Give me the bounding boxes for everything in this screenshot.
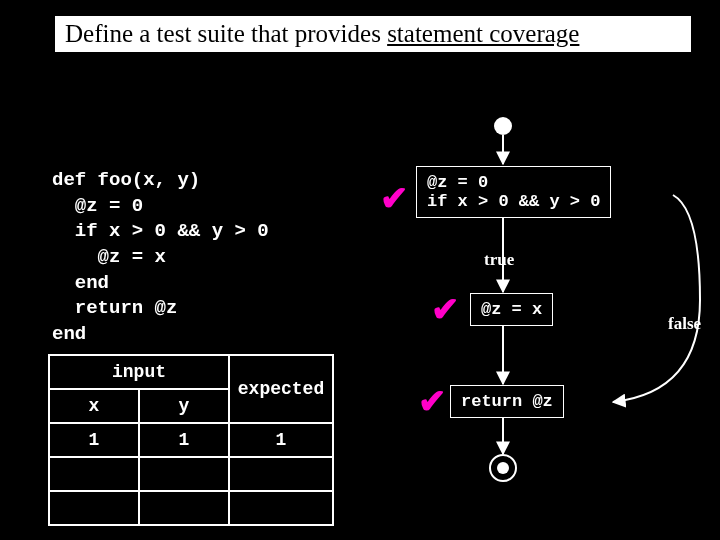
cell-y: 1 [139, 423, 229, 457]
table-row [49, 491, 333, 525]
cell-x [49, 491, 139, 525]
table-row [49, 457, 333, 491]
svg-point-1 [490, 455, 516, 481]
test-table: input expected x y 1 1 1 [48, 354, 334, 526]
title-underlined: statement coverage [387, 20, 579, 47]
input-header: input [49, 355, 229, 389]
cell-x: 1 [49, 423, 139, 457]
cell-expected [229, 457, 333, 491]
cell-x [49, 457, 139, 491]
code-block: def foo(x, y) @z = 0 if x > 0 && y > 0 @… [52, 168, 269, 347]
cell-y [139, 457, 229, 491]
flow-node-init: @z = 0 if x > 0 && y > 0 [416, 166, 611, 218]
svg-point-0 [494, 117, 512, 135]
label-true: true [484, 250, 514, 270]
x-header: x [49, 389, 139, 423]
svg-point-2 [497, 462, 509, 474]
flow-node-return: return @z [450, 385, 564, 418]
table-row: 1 1 1 [49, 423, 333, 457]
y-header: y [139, 389, 229, 423]
expected-header: expected [229, 355, 333, 423]
label-false: false [668, 314, 701, 334]
flow-node-assign: @z = x [470, 293, 553, 326]
cell-expected [229, 491, 333, 525]
check-icon: ✔ [418, 381, 446, 421]
check-icon: ✔ [431, 289, 459, 329]
title-text: Define a test suite that provides [65, 20, 387, 47]
cell-expected: 1 [229, 423, 333, 457]
slide-title: Define a test suite that provides statem… [55, 16, 691, 52]
cell-y [139, 491, 229, 525]
check-icon: ✔ [380, 178, 408, 218]
